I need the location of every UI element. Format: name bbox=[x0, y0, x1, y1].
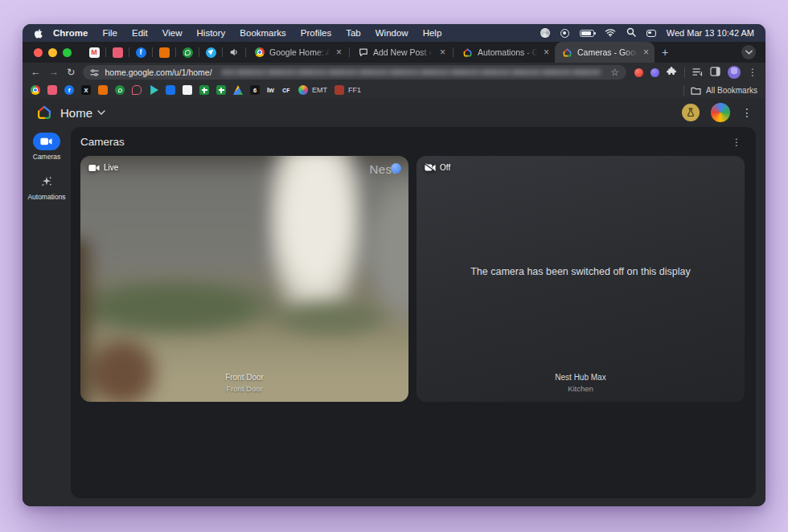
labs-flask-icon[interactable] bbox=[682, 104, 700, 121]
battery-icon[interactable] bbox=[580, 30, 594, 37]
tab-title: Add New Post ‹ Droid Life — bbox=[373, 47, 435, 57]
spotlight-search-icon[interactable] bbox=[626, 27, 636, 39]
bookmark-voice-icon[interactable] bbox=[115, 85, 125, 95]
close-tab-icon[interactable]: × bbox=[336, 47, 342, 57]
tab-automations[interactable]: Automations - Google Home × bbox=[455, 42, 555, 63]
bookmark-play-icon[interactable] bbox=[149, 85, 158, 95]
menu-view[interactable]: View bbox=[155, 28, 190, 38]
bookmark-blue-icon[interactable] bbox=[166, 85, 175, 95]
app-menu-kebab-icon[interactable]: ⋮ bbox=[741, 106, 753, 119]
close-tab-icon[interactable]: × bbox=[544, 47, 549, 57]
menu-tab[interactable]: Tab bbox=[339, 28, 368, 38]
close-tab-icon[interactable]: × bbox=[440, 47, 445, 57]
google-home-icon bbox=[562, 47, 573, 58]
close-window-button[interactable] bbox=[34, 48, 43, 57]
screen-record-icon[interactable] bbox=[560, 29, 569, 38]
pinned-tab-gmail[interactable]: M bbox=[84, 42, 104, 63]
tab-droid-life[interactable]: Add New Post ‹ Droid Life — × bbox=[351, 42, 451, 63]
extension-purple-icon[interactable] bbox=[651, 68, 659, 77]
app-header: Home ⋮ bbox=[23, 98, 765, 127]
tab-google-home-access[interactable]: Google Home: Access camer × bbox=[248, 42, 347, 63]
zoom-window-button[interactable] bbox=[63, 48, 72, 57]
bookmark-ff1[interactable]: FF1 bbox=[334, 85, 361, 95]
extensions-puzzle-icon[interactable] bbox=[667, 65, 677, 80]
google-favicon bbox=[255, 47, 265, 57]
camera-grid: Live Nest Front Door Front Door bbox=[80, 156, 745, 402]
side-panel-icon[interactable] bbox=[710, 65, 720, 80]
menubar-utility-icon[interactable] bbox=[540, 28, 550, 38]
apple-menu-icon[interactable] bbox=[34, 28, 43, 39]
blue-dot-cursor bbox=[391, 163, 401, 174]
reload-button[interactable]: ↻ bbox=[67, 68, 75, 78]
menu-profiles[interactable]: Profiles bbox=[293, 28, 339, 38]
pinned-tab-chat[interactable] bbox=[108, 42, 127, 63]
active-pill bbox=[33, 133, 60, 150]
pinned-tab-facebook[interactable]: f bbox=[131, 42, 150, 63]
bookmark-pink-icon[interactable] bbox=[47, 85, 57, 95]
ff1-site-icon bbox=[334, 85, 344, 95]
google-home-logo-icon bbox=[35, 104, 53, 121]
tab-search-button[interactable] bbox=[741, 45, 756, 59]
extension-red-icon[interactable] bbox=[634, 68, 643, 77]
extensions-area: ⋮ bbox=[634, 65, 757, 80]
account-avatar[interactable] bbox=[711, 103, 730, 122]
bookmark-star-icon[interactable]: ☆ bbox=[610, 67, 619, 78]
chevron-down-icon[interactable] bbox=[97, 110, 105, 115]
wifi-icon[interactable] bbox=[605, 28, 616, 39]
address-bar[interactable]: home.google.com/u/1/home/ ☆ bbox=[83, 65, 626, 80]
tab-cameras-active[interactable]: Cameras - Google Home × bbox=[555, 42, 655, 63]
sidebar-item-automations[interactable]: Automations bbox=[27, 173, 65, 201]
forward-button[interactable]: → bbox=[49, 68, 60, 78]
pinned-tab-messenger[interactable] bbox=[201, 42, 220, 63]
bookmark-drive-icon[interactable] bbox=[233, 85, 243, 95]
camera-card-nest-hub-max[interactable]: Off The camera has been switched off on … bbox=[417, 156, 745, 402]
panel-menu-kebab-icon[interactable]: ⋮ bbox=[732, 137, 745, 148]
minimize-window-button[interactable] bbox=[48, 48, 57, 57]
tab-separator bbox=[105, 47, 106, 57]
bookmarks-divider bbox=[683, 85, 684, 96]
bookmark-bubble-icon[interactable] bbox=[132, 85, 142, 95]
bookmark-six-icon[interactable]: 6 bbox=[250, 85, 260, 95]
camera-name: Nest Hub Max bbox=[417, 371, 745, 383]
bookmark-facebook-icon[interactable]: f bbox=[64, 85, 74, 95]
bookmark-emt[interactable]: EMT bbox=[298, 85, 327, 95]
menu-chrome[interactable]: Chrome bbox=[46, 28, 95, 38]
url-text[interactable]: home.google.com/u/1/home/ bbox=[105, 68, 211, 77]
back-button[interactable]: ← bbox=[31, 68, 41, 78]
bookmark-doc-icon[interactable] bbox=[183, 85, 192, 95]
orange-site-icon bbox=[159, 47, 170, 58]
bookmark-green-plus-icon[interactable] bbox=[216, 85, 226, 95]
menu-clock[interactable]: Wed Mar 13 10:42 AM bbox=[667, 28, 754, 38]
home-structure-title[interactable]: Home bbox=[60, 106, 92, 120]
control-center-icon[interactable] bbox=[646, 30, 656, 37]
menu-edit[interactable]: Edit bbox=[125, 28, 155, 38]
camera-location: Kitchen bbox=[417, 383, 745, 395]
tab-audio-indicator[interactable] bbox=[224, 42, 244, 63]
sidebar-item-cameras[interactable]: Cameras bbox=[33, 133, 60, 161]
new-tab-button[interactable]: + bbox=[655, 46, 675, 59]
menu-file[interactable]: File bbox=[95, 28, 125, 38]
menu-bookmarks[interactable]: Bookmarks bbox=[232, 28, 293, 38]
browser-menu-kebab-icon[interactable]: ⋮ bbox=[748, 68, 757, 77]
reading-list-icon[interactable] bbox=[692, 65, 703, 80]
toolbar-divider bbox=[684, 68, 685, 78]
menu-window[interactable]: Window bbox=[368, 28, 416, 38]
bookmark-x-icon[interactable]: X bbox=[81, 85, 91, 95]
bookmark-cf-icon[interactable]: CF bbox=[281, 85, 291, 95]
pinned-tab-orange[interactable] bbox=[154, 42, 174, 63]
bookmark-orange-icon[interactable] bbox=[98, 85, 108, 95]
pinned-tab-voice[interactable] bbox=[178, 42, 197, 63]
menu-history[interactable]: History bbox=[190, 28, 233, 38]
bookmark-iw[interactable]: Iw bbox=[267, 86, 274, 94]
bookmark-chrome-icon[interactable] bbox=[31, 85, 40, 95]
chevron-down-icon bbox=[745, 50, 753, 55]
camera-card-front-door[interactable]: Live Nest Front Door Front Door bbox=[80, 156, 408, 402]
close-tab-icon[interactable]: × bbox=[643, 47, 649, 57]
bookmark-green-plus-icon[interactable] bbox=[199, 85, 209, 95]
url-redacted-segment bbox=[221, 69, 602, 76]
camera-labels: Front Door Front Door bbox=[80, 371, 408, 395]
all-bookmarks-button[interactable]: All Bookmarks bbox=[691, 86, 757, 95]
menu-help[interactable]: Help bbox=[416, 28, 449, 38]
status-label: Live bbox=[104, 163, 118, 172]
profile-avatar[interactable] bbox=[728, 66, 741, 79]
